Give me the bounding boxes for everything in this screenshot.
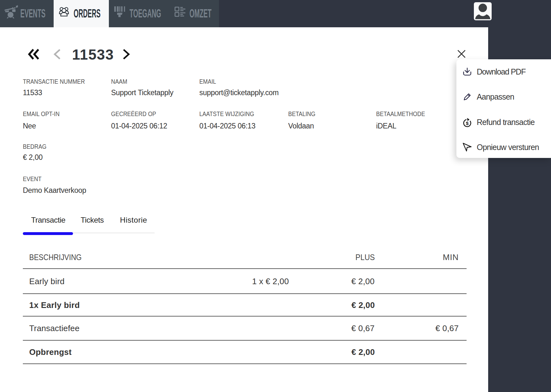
svg-text:$: $ <box>466 121 469 126</box>
